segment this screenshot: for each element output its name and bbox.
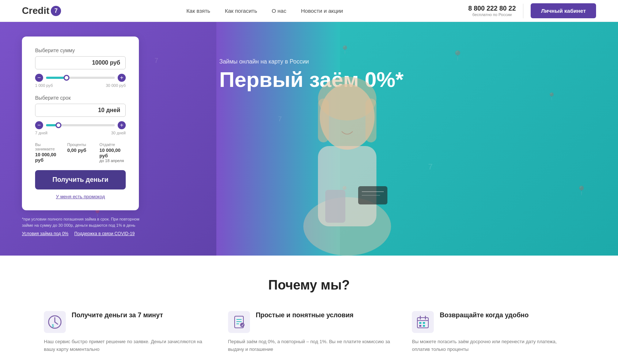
- hero-section: 📍 📍 📍 📍 📍 📍 📍 📍 7 7 7 Выберите сумму 100…: [0, 22, 618, 256]
- term-decrease-btn[interactable]: −: [35, 121, 43, 129]
- svg-rect-27: [423, 325, 425, 327]
- document-icon: ✓: [232, 315, 246, 329]
- borrow-block: Вы занимаете 10 000,00 руб: [35, 142, 61, 163]
- term-track[interactable]: [46, 124, 115, 126]
- why-icon-0: $: [44, 311, 66, 333]
- nav-item-about[interactable]: О нас: [272, 8, 287, 14]
- hero-disclaimer: *при условии полного погашения займа в с…: [22, 216, 150, 228]
- hero-right: Займы онлайн на карту в России Первый за…: [205, 22, 618, 256]
- term-value: 10 дней: [35, 104, 126, 117]
- return-value: 10 000,00 рубдо 18 апреля: [99, 147, 126, 163]
- amount-track[interactable]: [46, 77, 115, 79]
- why-card-2: Возвращайте когда удобно Вы можете погас…: [412, 311, 574, 353]
- why-card-0-title: Получите деньги за 7 минут: [72, 311, 163, 319]
- term-min: 7 дней: [35, 131, 48, 135]
- woman-container: [263, 44, 431, 256]
- amount-max: 30 000 руб: [106, 83, 126, 88]
- amount-slider-row: − +: [35, 74, 126, 82]
- why-cards: $ Получите деньги за 7 минут Наш сервис …: [44, 311, 574, 353]
- nav-item-news[interactable]: Новости и акции: [301, 8, 343, 14]
- term-slider-row: − +: [35, 121, 126, 129]
- svg-text:$: $: [52, 324, 54, 328]
- calendar-icon: [416, 315, 430, 329]
- why-section: Почему мы? $ Получите деньги за 7 минут …: [0, 256, 618, 364]
- phone-number: 8 800 222 80 22: [468, 5, 516, 12]
- woman-illustration: [270, 51, 424, 256]
- svg-rect-25: [423, 322, 425, 324]
- cabinet-button[interactable]: Личный кабинет: [531, 3, 596, 18]
- amount-min: 1 000 руб: [35, 83, 53, 88]
- covid-link[interactable]: Поддержка в связи COVID-19: [74, 231, 134, 236]
- interest-value: 0,00 руб: [67, 147, 94, 153]
- clock-dollar-icon: $: [48, 315, 62, 329]
- amount-label: Выберите сумму: [35, 47, 126, 53]
- logo-seven: 7: [51, 6, 61, 16]
- amount-thumb[interactable]: [64, 75, 69, 81]
- return-block: Отдаёте 10 000,00 рубдо 18 апреля: [99, 142, 126, 163]
- nav-item-how-to-pay[interactable]: Как погасить: [225, 8, 257, 14]
- amount-value: 10000 руб: [35, 56, 126, 69]
- zero-percent-link[interactable]: Условия займа под 0%: [22, 231, 68, 236]
- svg-rect-24: [419, 322, 421, 324]
- why-card-1-text: Первый заём под 0%, а повторный – под 1%…: [228, 338, 390, 353]
- amount-decrease-btn[interactable]: −: [35, 74, 43, 82]
- svg-rect-4: [318, 99, 329, 142]
- svg-rect-5: [365, 99, 376, 142]
- why-card-0-text: Наш сервис быстро примет решение по заяв…: [44, 338, 206, 353]
- term-thumb[interactable]: [56, 122, 61, 128]
- svg-line-12: [55, 322, 58, 324]
- interest-block: Проценты 0,00 руб: [67, 142, 94, 163]
- header-divider: [523, 4, 523, 18]
- why-card-1-title: Простые и понятные условия: [256, 311, 354, 319]
- why-icon-1: ✓: [228, 311, 250, 333]
- why-card-0-top: $ Получите деньги за 7 минут: [44, 311, 206, 333]
- promo-link[interactable]: У меня есть промокод: [35, 194, 126, 199]
- borrow-label: Вы занимаете: [35, 142, 61, 151]
- logo: Credit 7: [22, 5, 61, 16]
- why-card-1-top: ✓ Простые и понятные условия: [228, 311, 390, 333]
- amount-minmax: 1 000 руб 30 000 руб: [35, 83, 126, 88]
- why-card-2-top: Возвращайте когда удобно: [412, 311, 574, 333]
- svg-rect-6: [325, 190, 345, 223]
- phone-block: 8 800 222 80 22 бесплатно по России: [468, 5, 516, 17]
- why-icon-2: [412, 311, 434, 333]
- why-card-1: ✓ Простые и понятные условия Первый заём…: [228, 311, 390, 353]
- main-nav: Как взять Как погасить О нас Новости и а…: [186, 8, 343, 14]
- return-label: Отдаёте: [99, 142, 126, 147]
- why-card-2-title: Возвращайте когда удобно: [440, 311, 528, 319]
- hero-links: Условия займа под 0% Поддержка в связи C…: [22, 231, 183, 236]
- term-max: 30 дней: [111, 131, 126, 135]
- header: Credit 7 Как взять Как погасить О нас Но…: [0, 0, 618, 22]
- why-card-2-text: Вы можете погасить заём досрочно или пер…: [412, 338, 574, 353]
- term-increase-btn[interactable]: +: [118, 121, 126, 129]
- amount-increase-btn[interactable]: +: [118, 74, 126, 82]
- why-card-0: $ Получите деньги за 7 минут Наш сервис …: [44, 311, 206, 353]
- logo-text: Credit: [22, 5, 49, 16]
- get-money-button[interactable]: Получить деньги: [35, 170, 126, 189]
- term-minmax: 7 дней 30 дней: [35, 131, 126, 135]
- term-label: Выберите срок: [35, 95, 126, 101]
- phone-sub: бесплатно по России: [468, 12, 516, 17]
- why-title: Почему мы?: [44, 277, 574, 293]
- header-right: 8 800 222 80 22 бесплатно по России Личн…: [468, 3, 596, 18]
- svg-rect-26: [419, 325, 421, 327]
- calculator-card: Выберите сумму 10000 руб − + 1 000 руб 3…: [22, 37, 139, 210]
- return-date: до 18 апреля: [99, 158, 126, 163]
- interest-label: Проценты: [67, 142, 94, 147]
- borrow-value: 10 000,00 руб: [35, 152, 61, 163]
- svg-text:✓: ✓: [241, 323, 244, 327]
- hero-left: Выберите сумму 10000 руб − + 1 000 руб 3…: [0, 22, 205, 256]
- nav-item-how-to-get[interactable]: Как взять: [186, 8, 210, 14]
- calc-summary: Вы занимаете 10 000,00 руб Проценты 0,00…: [35, 142, 126, 163]
